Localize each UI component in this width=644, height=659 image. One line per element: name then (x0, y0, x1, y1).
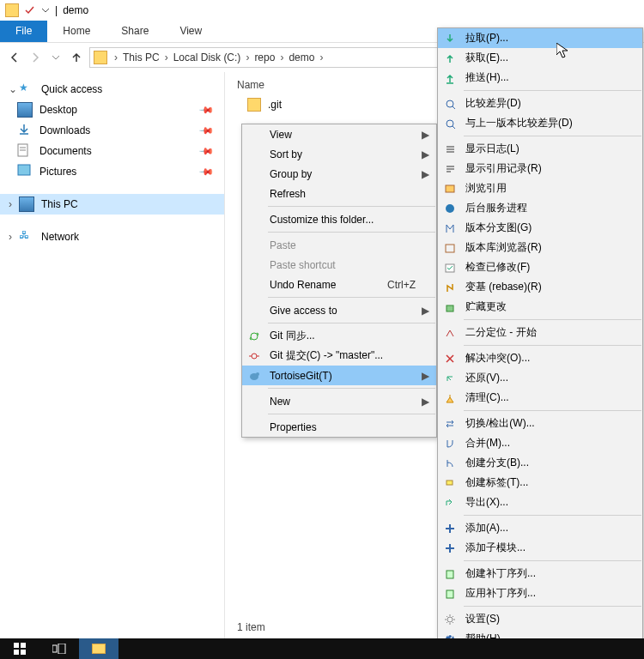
folder-icon (5, 3, 19, 17)
sidebar-item-label: Pictures (39, 166, 76, 178)
sidebar-item-label: Quick access (41, 83, 102, 95)
chevron-right-icon[interactable]: › (114, 51, 118, 63)
sidebar-item-desktop[interactable]: Desktop📌 (0, 100, 224, 120)
forward-button[interactable] (27, 50, 43, 65)
submenu-item-label: 导出(X)... (465, 495, 508, 510)
menu-new[interactable]: New▶ (242, 391, 436, 411)
recent-dropdown[interactable] (48, 50, 64, 65)
back-button[interactable] (7, 50, 22, 65)
menu-customize[interactable]: Customize this folder... (242, 209, 436, 229)
tab-view[interactable]: View (164, 21, 217, 42)
submenu-item[interactable]: 检查已修改(F) (438, 257, 642, 277)
submenu-item[interactable]: 还原(V)... (438, 368, 642, 388)
breadcrumb-item[interactable]: repo (252, 51, 276, 63)
taskbar (0, 638, 644, 659)
chevron-right-icon[interactable]: › (9, 231, 17, 243)
start-button[interactable] (0, 638, 39, 659)
menu-sort[interactable]: Sort by▶ (242, 144, 436, 164)
separator (464, 515, 641, 516)
picture-icon (17, 164, 33, 179)
submenu-item[interactable]: 添加(A)... (438, 518, 642, 538)
submenu-item[interactable]: 版本库浏览器(R) (438, 238, 642, 257)
sidebar-item-downloads[interactable]: Downloads📌 (0, 120, 224, 141)
menu-properties[interactable]: Properties (242, 417, 436, 437)
checkmark-icon (24, 4, 36, 16)
menu-tortoisegit[interactable]: TortoiseGit(T)▶ (242, 366, 436, 385)
file-tab[interactable]: File (0, 21, 47, 42)
submenu-item[interactable]: 显示引用记录(R) (438, 159, 642, 178)
sidebar-item-documents[interactable]: Documents📌 (0, 141, 224, 161)
reflog-icon (443, 162, 457, 176)
submenu-item[interactable]: 版本分支图(G) (438, 218, 642, 238)
sidebar-item-label: Desktop (39, 104, 77, 116)
resolve-icon (443, 352, 457, 366)
submenu-item[interactable]: 拉取(P)... (438, 28, 642, 48)
sidebar-this-pc[interactable]: ›This PC (0, 194, 224, 215)
menu-undo[interactable]: Undo RenameCtrl+Z (242, 275, 436, 294)
submenu-item[interactable]: 解决冲突(O)... (438, 348, 642, 368)
submenu-item[interactable]: 比较差异(D) (438, 94, 642, 113)
repo-icon (443, 241, 457, 255)
submenu-item[interactable]: 变基 (rebase)(R) (438, 277, 642, 297)
menu-group[interactable]: Group by▶ (242, 164, 436, 184)
submenu-item[interactable]: 清理(C)... (438, 388, 642, 408)
submenu-item[interactable]: 后台服务进程 (438, 198, 642, 218)
chevron-right-icon[interactable]: › (9, 198, 17, 210)
submenu-item-label: 与上一版本比较差异(D) (465, 116, 573, 130)
submenu-item[interactable]: 二分定位 - 开始 (438, 323, 642, 342)
separator (464, 560, 641, 561)
bisect-icon (443, 326, 457, 340)
menu-git-sync[interactable]: Git 同步... (242, 326, 436, 346)
chevron-right-icon[interactable]: › (246, 51, 249, 63)
tab-home[interactable]: Home (47, 21, 106, 42)
menu-view[interactable]: View▶ (242, 124, 436, 144)
submenu-item[interactable]: 合并(M)... (438, 433, 642, 453)
submenu-item-label: 应用补丁序列... (465, 586, 536, 601)
submenu-item[interactable]: 应用补丁序列... (438, 583, 642, 603)
submenu-item[interactable]: 导出(X)... (438, 493, 642, 512)
submenu-item[interactable]: 浏览引用 (438, 178, 642, 198)
sidebar-network[interactable]: ›🖧Network (0, 227, 224, 247)
sidebar-item-label: Documents (39, 145, 92, 157)
chevron-right-icon[interactable]: › (280, 51, 283, 63)
export-icon (443, 496, 457, 510)
svg-point-4 (252, 354, 257, 359)
svg-rect-24 (447, 481, 453, 485)
sidebar-quick-access[interactable]: ⌄ ★ Quick access (0, 79, 224, 100)
submenu-item-label: 创建补丁序列... (465, 566, 536, 581)
menu-give-access[interactable]: Give access to▶ (242, 300, 436, 320)
submenu-item[interactable]: 创建补丁序列... (438, 564, 642, 583)
dropdown-icon[interactable] (41, 6, 50, 15)
fetch-icon (443, 51, 457, 65)
chevron-right-icon[interactable]: › (165, 51, 168, 63)
submenu-item[interactable]: 添加子模块... (438, 538, 642, 558)
chevron-right-icon[interactable]: › (319, 51, 323, 63)
explorer-taskbar-icon[interactable] (79, 638, 118, 659)
submenu-item[interactable]: 获取(E)... (438, 48, 642, 68)
breadcrumb-item[interactable]: demo (287, 51, 316, 63)
submenu-item[interactable]: 与上一版本比较差异(D) (438, 113, 642, 133)
submenu-item[interactable]: 创建标签(T)... (438, 473, 642, 493)
check-icon (443, 261, 457, 275)
submenu-item-label: 后台服务进程 (465, 201, 527, 215)
breadcrumb-item[interactable]: Local Disk (C:) (172, 51, 243, 63)
menu-git-commit[interactable]: Git 提交(C) -> "master"... (242, 346, 436, 366)
submenu-item[interactable]: 设置(S) (438, 609, 642, 629)
menu-refresh[interactable]: Refresh (242, 184, 436, 203)
chevron-down-icon[interactable]: ⌄ (9, 83, 17, 95)
submenu-item[interactable]: 显示日志(L) (438, 139, 642, 159)
up-button[interactable] (69, 50, 84, 65)
sidebar-item-pictures[interactable]: Pictures📌 (0, 161, 224, 182)
submenu-item[interactable]: 切换/检出(W)... (438, 414, 642, 433)
settings-icon (443, 613, 457, 626)
breadcrumb-item[interactable]: This PC (121, 51, 161, 63)
submenu-item[interactable]: 贮藏更改 (438, 297, 642, 317)
tab-share[interactable]: Share (106, 21, 164, 42)
svg-rect-3 (18, 165, 30, 175)
svg-point-11 (447, 120, 453, 127)
rebase-icon (443, 281, 457, 294)
submenu-item[interactable]: 创建分支(B)... (438, 453, 642, 473)
submenu-item[interactable]: 推送(H)... (438, 68, 642, 88)
task-view-button[interactable] (39, 638, 79, 659)
tortoisegit-icon (247, 369, 261, 383)
